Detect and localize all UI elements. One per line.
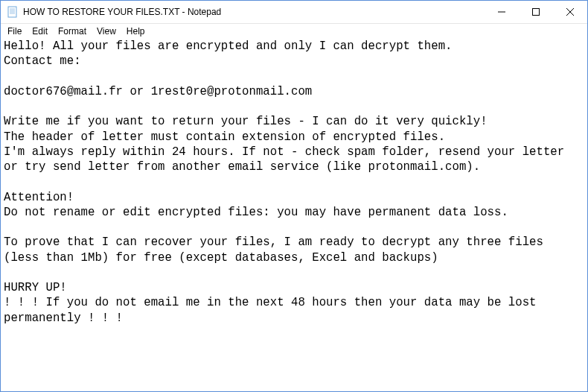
menu-format[interactable]: Format [53, 25, 92, 37]
document-text[interactable]: Hello! All your files are encrypted and … [4, 39, 584, 326]
close-button[interactable] [553, 1, 587, 23]
notepad-window: HOW TO RESTORE YOUR FILES.TXT - Notepad … [0, 0, 588, 392]
text-area[interactable]: Hello! All your files are encrypted and … [1, 39, 587, 391]
titlebar[interactable]: HOW TO RESTORE YOUR FILES.TXT - Notepad [1, 1, 587, 24]
minimize-button[interactable] [485, 1, 519, 23]
maximize-button[interactable] [519, 1, 553, 23]
window-controls [485, 1, 587, 23]
window-title: HOW TO RESTORE YOUR FILES.TXT - Notepad [23, 7, 485, 17]
svg-rect-6 [533, 9, 540, 16]
notepad-icon [7, 6, 19, 18]
menu-file[interactable]: File [2, 25, 27, 37]
menu-edit[interactable]: Edit [27, 25, 53, 37]
menu-help[interactable]: Help [121, 25, 150, 37]
menu-view[interactable]: View [92, 25, 121, 37]
menubar: File Edit Format View Help [1, 24, 587, 39]
